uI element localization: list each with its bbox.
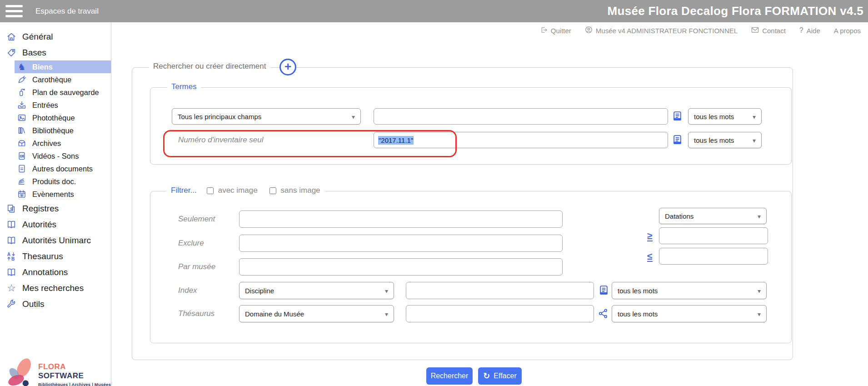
sidebar-item-entrees[interactable]: Entrées: [15, 99, 111, 111]
open-book-icon: [6, 236, 16, 246]
rechercher-button[interactable]: Rechercher: [426, 367, 473, 385]
user-menu[interactable]: Musée v4 ADMINISTRATEUR FONCTIONNEL: [585, 26, 738, 35]
app-title: Musée Flora Decalog Flora FORMATION v4.5: [608, 0, 863, 22]
open-book-icon: [6, 220, 16, 230]
registers-icon: [6, 204, 16, 214]
contact-label: Contact: [762, 27, 786, 35]
sidebar-item-carotheque[interactable]: Carothèque: [15, 73, 111, 86]
open-book-icon: [6, 267, 16, 277]
thesaurus-select[interactable]: Domaine du Musée: [239, 305, 394, 322]
sidebar: Général Bases Biens Carothèque Plan de s…: [0, 22, 111, 386]
inbox-download-icon: [17, 100, 26, 110]
share-hierarchy-icon[interactable]: [598, 308, 609, 320]
date-gte-input[interactable]: [659, 227, 768, 244]
sidebar-item-produits-doc[interactable]: Produits doc.: [15, 175, 111, 188]
sidebar-item-autres-documents[interactable]: Autres documents: [15, 162, 111, 175]
apropos-link[interactable]: A propos: [834, 27, 861, 35]
chevron-down-icon: [385, 287, 388, 295]
mode-select-2[interactable]: tous les mots: [688, 132, 762, 148]
add-button[interactable]: [279, 59, 296, 75]
star-icon: [6, 283, 16, 293]
video-doc-icon: [17, 151, 26, 160]
sidebar-item-bases[interactable]: Bases: [4, 45, 111, 60]
inventory-number-label: Numéro d'inventaire seul: [178, 135, 264, 145]
mail-icon: [751, 26, 759, 35]
books-icon: [17, 126, 26, 135]
chevron-down-icon: [753, 136, 756, 144]
chess-knight-icon: [17, 62, 26, 71]
sidebar-item-videos-sons[interactable]: Vidéos - Sons: [15, 150, 111, 162]
help-icon: [799, 26, 803, 35]
extinguisher-icon: [17, 88, 26, 97]
thesaurus-input[interactable]: [406, 305, 594, 322]
archive-box-icon: [17, 139, 26, 148]
apropos-label: A propos: [834, 27, 861, 35]
aide-link[interactable]: Aide: [799, 26, 820, 35]
exclure-input[interactable]: [239, 235, 563, 252]
index-lookup-icon[interactable]: [672, 134, 683, 145]
index-select[interactable]: Discipline: [239, 282, 394, 299]
sidebar-item-archives[interactable]: Archives: [15, 137, 111, 150]
seulement-input[interactable]: [239, 211, 563, 228]
date-lte-input[interactable]: [659, 248, 768, 265]
search-create-legend: Rechercher ou créer directement: [149, 62, 270, 71]
index-mode-select[interactable]: tous les mots: [612, 282, 767, 299]
index-lookup-icon[interactable]: [672, 110, 683, 122]
chevron-down-icon: [758, 287, 761, 295]
quitter-link[interactable]: Quitter: [540, 26, 571, 35]
contact-link[interactable]: Contact: [751, 26, 786, 35]
gte-link[interactable]: ≥: [647, 231, 653, 241]
thesaurus-label: Thésaurus: [178, 309, 215, 318]
effacer-button[interactable]: Effacer: [478, 367, 522, 385]
termes-legend: Termes: [167, 82, 201, 91]
sidebar-item-annotations[interactable]: Annotations: [4, 264, 111, 280]
logo-subtitle: Bibliothèques | Archives | Musées: [38, 382, 111, 386]
wrench-icon: [6, 299, 16, 309]
par-musee-label: Par musée: [178, 262, 215, 271]
logo-title: FLORA SOFTWARE: [38, 362, 111, 381]
exit-icon: [540, 26, 548, 35]
user-label: Musée v4 ADMINISTRATEUR FONCTIONNEL: [596, 27, 738, 35]
par-musee-input[interactable]: [239, 258, 563, 276]
field-select[interactable]: Tous les principaux champs: [172, 108, 361, 125]
sidebar-item-autorites[interactable]: Autorités: [4, 216, 111, 232]
sidebar-item-general[interactable]: Général: [4, 29, 111, 45]
stack-icon: [17, 177, 26, 186]
user-icon: [585, 26, 593, 35]
index-lookup-icon[interactable]: [598, 285, 609, 296]
sidebar-item-evenements[interactable]: Evènements: [15, 188, 111, 201]
sidebar-item-mes-recherches[interactable]: Mes recherches: [4, 280, 111, 296]
hamburger-menu-icon[interactable]: [5, 5, 23, 17]
svg-text:B: B: [11, 256, 15, 261]
sidebar-item-biens[interactable]: Biens: [15, 60, 111, 73]
avec-image-checkbox[interactable]: [207, 187, 214, 194]
flora-software-logo: FLORA SOFTWARE Bibliothèques | Archives …: [3, 356, 111, 386]
index-label: Index: [178, 286, 197, 295]
lte-link[interactable]: ≤: [647, 251, 653, 262]
filter-legend: Filtrer...: [171, 186, 199, 195]
inventory-number-input[interactable]: "2017.11.1": [374, 132, 668, 148]
document-icon: [17, 164, 26, 173]
sidebar-item-plan-de-sauvegarde[interactable]: Plan de sauvegarde: [15, 86, 111, 99]
datations-select[interactable]: Datations: [659, 208, 767, 224]
sidebar-item-autorites-unimarc[interactable]: Autorités Unimarc: [4, 232, 111, 248]
sidebar-item-registres[interactable]: Registres: [4, 201, 111, 216]
sans-image-label: sans image: [281, 186, 320, 195]
mode-select-1[interactable]: tous les mots: [688, 108, 762, 125]
sidebar-item-bibliotheque[interactable]: Bibliothèque: [15, 124, 111, 137]
aide-label: Aide: [807, 27, 820, 35]
chevron-down-icon: [385, 310, 388, 318]
refresh-icon: [483, 371, 490, 381]
selected-input-text: "2017.11.1": [378, 136, 414, 145]
sidebar-item-thesaurus[interactable]: AB Thesaurus: [4, 248, 111, 264]
sans-image-checkbox[interactable]: [269, 187, 276, 194]
sidebar-item-outils[interactable]: Outils: [4, 296, 111, 312]
terms-input-1[interactable]: [374, 108, 668, 125]
sidebar-item-phototheque[interactable]: Photothèque: [15, 111, 111, 124]
avec-image-label: avec image: [218, 186, 258, 195]
photo-icon: [17, 113, 26, 122]
exclure-label: Exclure: [178, 239, 204, 248]
index-input[interactable]: [406, 282, 594, 299]
home-icon: [6, 32, 16, 42]
thesaurus-mode-select[interactable]: tous les mots: [612, 305, 767, 322]
